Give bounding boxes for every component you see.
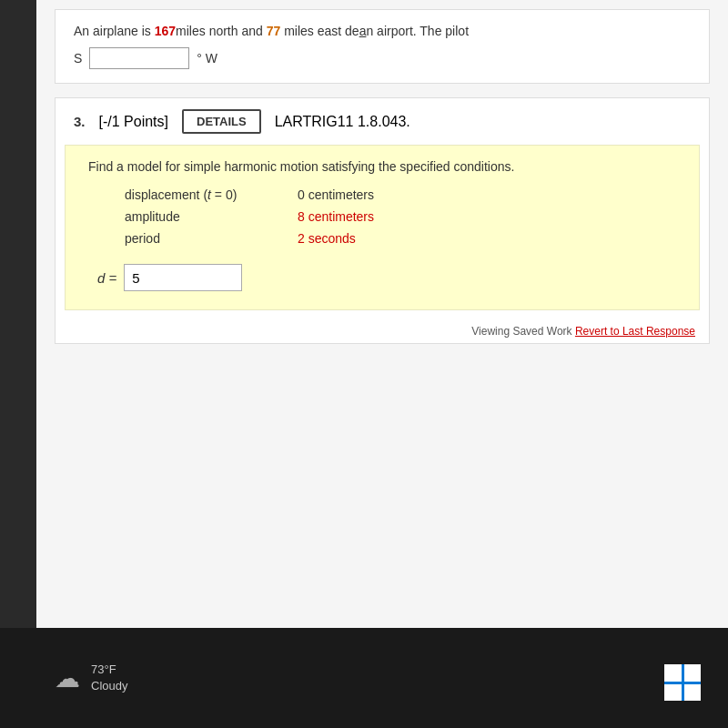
answer-label: d = bbox=[97, 270, 116, 286]
windows-icon-tr bbox=[684, 664, 702, 682]
taskbar-content: ☁ 73°F Cloudy bbox=[55, 662, 127, 694]
question-number: 3. bbox=[74, 114, 86, 129]
displacement-label: displacement (t = 0) bbox=[125, 187, 270, 202]
taskbar: ☁ 73°F Cloudy bbox=[0, 628, 728, 728]
windows-icon[interactable] bbox=[664, 664, 701, 701]
condition-label: Cloudy bbox=[91, 678, 127, 694]
screen: An airplane is 167miles north and 77 mil… bbox=[36, 0, 728, 628]
weather-icon: ☁ bbox=[55, 663, 80, 693]
miles-east-value: 77 bbox=[267, 24, 281, 38]
direction-input[interactable] bbox=[89, 47, 189, 69]
details-button[interactable]: DETAILS bbox=[182, 109, 261, 134]
amplitude-value: 8 centimeters bbox=[298, 209, 374, 224]
content-area: An airplane is 167miles north and 77 mil… bbox=[36, 0, 728, 628]
question-instructions: Find a model for simple harmonic motion … bbox=[88, 159, 676, 174]
conditions-table: displacement (t = 0) 0 centimeters ampli… bbox=[125, 187, 676, 246]
airplane-text-middle: miles north and bbox=[176, 24, 267, 38]
condition-row-period: period 2 seconds bbox=[125, 231, 676, 246]
direction-row: S ° W bbox=[74, 47, 691, 69]
viewing-saved-work-text: Viewing Saved Work bbox=[471, 325, 571, 338]
revert-link[interactable]: Revert to Last Response bbox=[575, 325, 695, 338]
saved-work-bar: Viewing Saved Work Revert to Last Respon… bbox=[56, 319, 709, 343]
period-label: period bbox=[125, 231, 270, 246]
period-value: 2 seconds bbox=[298, 231, 356, 246]
windows-icon-br bbox=[684, 684, 702, 702]
direction-start-label: S bbox=[74, 51, 82, 66]
answer-row: d = bbox=[97, 264, 676, 291]
condition-row-displacement: displacement (t = 0) 0 centimeters bbox=[125, 187, 676, 202]
direction-unit-label: ° W bbox=[197, 51, 217, 66]
displacement-value: 0 centimeters bbox=[298, 187, 374, 202]
miles-north-value: 167 bbox=[155, 24, 176, 38]
question-body: Find a model for simple harmonic motion … bbox=[65, 145, 700, 310]
airplane-text-suffix: miles east dean airport. The pilot bbox=[280, 24, 469, 38]
question-id: LARTRIG11 1.8.043. bbox=[275, 114, 410, 130]
question-header: 3. [-/1 Points] DETAILS LARTRIG11 1.8.04… bbox=[56, 98, 709, 145]
question-3-container: 3. [-/1 Points] DETAILS LARTRIG11 1.8.04… bbox=[55, 97, 710, 344]
weather-info: 73°F Cloudy bbox=[91, 662, 127, 694]
left-bezel bbox=[0, 0, 36, 628]
windows-icon-tl bbox=[664, 664, 682, 682]
condition-row-amplitude: amplitude 8 centimeters bbox=[125, 209, 676, 224]
answer-input[interactable] bbox=[124, 264, 242, 291]
airplane-text-prefix: An airplane is bbox=[74, 24, 155, 38]
points-label: [-/1 Points] bbox=[99, 114, 168, 130]
amplitude-label: amplitude bbox=[125, 209, 270, 224]
top-problem-text: An airplane is 167miles north and 77 mil… bbox=[74, 24, 691, 38]
windows-icon-bl bbox=[664, 684, 682, 702]
temperature-label: 73°F bbox=[91, 662, 127, 678]
top-problem: An airplane is 167miles north and 77 mil… bbox=[55, 9, 710, 84]
